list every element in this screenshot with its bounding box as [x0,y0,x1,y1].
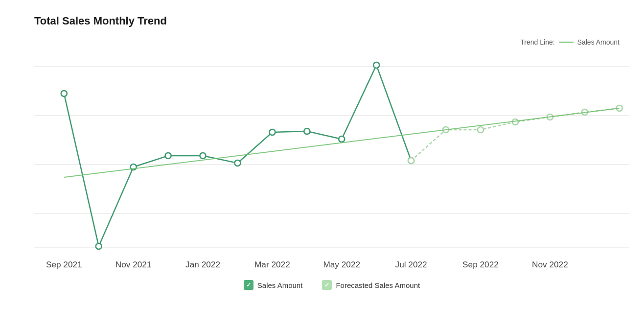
svg-text:Nov 2022: Nov 2022 [532,260,568,269]
forecast-point [512,119,518,125]
legend-checkbox-sales: ✓ [244,280,253,290]
legend-label-sales: Sales Amount [257,281,303,289]
svg-text:Jul 2022: Jul 2022 [395,260,427,269]
bottom-legend: ✓ Sales Amount ✓ Forecasted Sales Amount [34,280,629,290]
trend-legend-series-label: Sales Amount [577,38,620,46]
data-point [165,153,171,159]
svg-text:Sep 2022: Sep 2022 [462,260,499,269]
data-point [339,136,345,142]
chart-title: Total Sales Monthly Trend [34,15,629,27]
data-point [304,128,310,134]
forecast-point [478,127,483,133]
data-point [96,243,102,249]
chart-container: Total Sales Monthly Trend Trend Line: Sa… [0,0,644,333]
data-point [200,153,206,159]
data-point [373,62,379,68]
forecast-point [408,158,414,164]
svg-text:May 2022: May 2022 [323,260,360,269]
data-point [234,160,240,166]
chart-svg: 900K 800K 700K 600K Sep 2021 Nov 2021 Ja… [34,37,629,272]
trend-legend: Trend Line: Sales Amount [520,38,620,46]
legend-label-forecast: Forecasted Sales Amount [336,281,420,289]
trend-line-sample [559,42,574,43]
trend-line [64,108,620,177]
svg-text:Sep 2021: Sep 2021 [46,260,82,269]
data-point [61,91,67,96]
legend-checkbox-forecast: ✓ [322,280,332,290]
legend-item-forecast: ✓ Forecasted Sales Amount [322,280,420,290]
svg-text:Nov 2021: Nov 2021 [115,260,152,269]
trend-legend-label: Trend Line: [520,38,554,46]
data-point [269,129,275,135]
svg-text:Mar 2022: Mar 2022 [254,260,290,269]
legend-item-sales: ✓ Sales Amount [244,280,303,290]
svg-text:Jan 2022: Jan 2022 [185,260,220,269]
